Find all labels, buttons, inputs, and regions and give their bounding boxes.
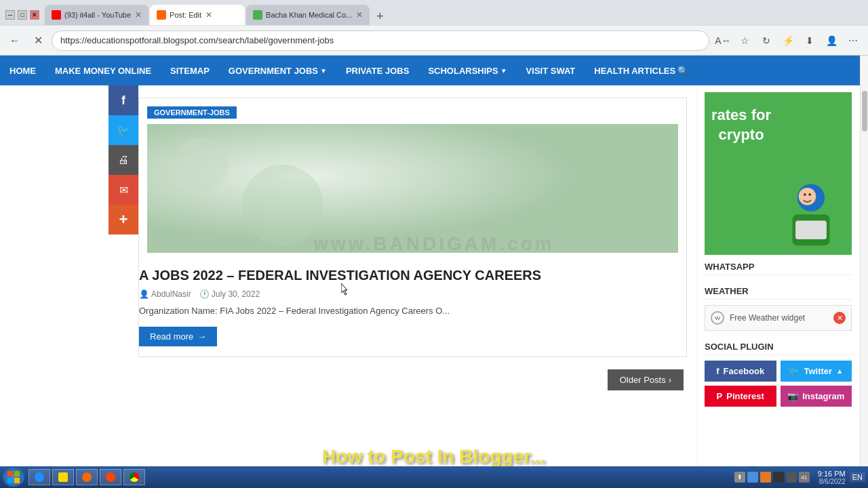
profile-icon[interactable]: 👤 <box>822 31 841 50</box>
ie-icon <box>35 472 44 482</box>
nav-swat[interactable]: VISIT SWAT <box>517 56 585 85</box>
svg-rect-9 <box>7 471 13 476</box>
svg-rect-10 <box>14 471 20 476</box>
article-tag[interactable]: GOVERNMENT-JOBS <box>147 106 237 119</box>
files-icon <box>58 472 68 482</box>
nav-health[interactable]: HEALTH ARTICLES 🔍 <box>585 56 698 85</box>
menu-icon[interactable]: ⋯ <box>844 31 863 50</box>
bookmark-icon[interactable]: ☆ <box>735 31 754 50</box>
tab-label-youtube: (93) it4all - YouTube <box>64 11 131 19</box>
tab-blogger[interactable]: Post: Edit ✕ <box>150 5 245 25</box>
older-posts-button[interactable]: Older Posts › <box>608 369 684 390</box>
instagram-plugin-label: Instagram <box>802 391 844 401</box>
read-more-button[interactable]: Read more → <box>139 327 217 346</box>
weather-widget-text: Free Weather widget <box>730 313 805 323</box>
tray-icon-41: 41 <box>799 472 810 483</box>
social-plugin-twitter[interactable]: 🐦 Twitter ▲ <box>781 361 852 382</box>
right-sidebar: rates forcrypto WHATSAPP <box>697 85 860 488</box>
chrome-icon <box>130 472 139 482</box>
taskbar: ⬆ 41 9:16 PM 8/6/2022 EN <box>0 466 868 488</box>
email-share-button[interactable]: ✉ <box>108 175 138 205</box>
tab-close-blogger[interactable]: ✕ <box>205 10 212 20</box>
health-search-icon: 🔍 <box>677 66 688 76</box>
nav-gov-jobs[interactable]: GOVERNMENT JOBS ▼ <box>219 56 336 85</box>
maximize-button[interactable]: □ <box>18 10 27 20</box>
refresh-icon[interactable]: ↻ <box>757 31 776 50</box>
weather-close-button[interactable]: ✕ <box>833 312 846 324</box>
back-button[interactable]: ← <box>5 31 24 50</box>
social-plugin-pinterest[interactable]: P Pinterest <box>705 386 776 407</box>
extensions-icon[interactable]: ⚡ <box>778 31 797 50</box>
taskbar-ie[interactable] <box>28 469 50 485</box>
scrollbar[interactable] <box>860 56 868 488</box>
article-meta: 👤 AbdulNasir 🕐 July 30, 2022 <box>139 289 678 299</box>
twitter-plugin-label: Twitter <box>804 366 832 376</box>
pagination: Older Posts › <box>138 364 697 396</box>
plus-icon: + <box>119 211 128 228</box>
taskbar-player[interactable] <box>100 469 121 485</box>
main-content: GOVERNMENT-JOBS <box>0 85 697 488</box>
start-button[interactable] <box>3 468 24 487</box>
new-tab-button[interactable]: + <box>371 7 389 25</box>
svg-point-6 <box>799 188 816 205</box>
translate-icon[interactable]: A↔ <box>713 31 732 50</box>
tray-date: 8/6/2022 <box>819 478 846 485</box>
tray-icon-2 <box>747 472 758 483</box>
weather-section: WEATHER W Free Weather widget ✕ <box>705 286 852 331</box>
nav-icons: A↔ ☆ ↻ ⚡ ⬇ 👤 ⋯ <box>713 31 863 50</box>
tray-icon-3 <box>760 472 771 483</box>
taskbar-media[interactable] <box>76 469 98 485</box>
nav-sitemap[interactable]: SITEMAP <box>161 56 219 85</box>
pinterest-plugin-label: Pinterest <box>726 391 764 401</box>
svg-rect-0 <box>147 124 678 253</box>
social-plugin-section: SOCIAL PLUGIN f Facebook 🐦 Twitter ▲ P P… <box>705 342 852 407</box>
svg-rect-12 <box>14 478 20 483</box>
social-sidebar: f 🐦 🖨 ✉ + <box>108 85 138 235</box>
scrollbar-thumb[interactable] <box>862 91 867 131</box>
tab-youtube[interactable]: (93) it4all - YouTube ✕ <box>45 5 149 25</box>
taskbar-items <box>28 469 734 485</box>
more-share-button[interactable]: + <box>108 205 138 235</box>
svg-point-7 <box>804 193 806 196</box>
nav-make-money[interactable]: MAKE MONEY ONLINE <box>45 56 161 85</box>
taskbar-chrome[interactable] <box>123 469 145 485</box>
social-plugin-title: SOCIAL PLUGIN <box>705 342 852 355</box>
ad-figure-svg <box>777 180 845 255</box>
site-nav: HOME MAKE MONEY ONLINE SITEMAP GOVERNMEN… <box>0 56 860 85</box>
twitter-plugin-up-icon: ▲ <box>836 367 843 375</box>
minimize-button[interactable]: ─ <box>5 10 15 20</box>
tab-close-med[interactable]: ✕ <box>356 10 363 20</box>
social-plugin-facebook[interactable]: f Facebook <box>705 361 776 382</box>
article-card: GOVERNMENT-JOBS <box>138 98 687 357</box>
close-button[interactable]: ✕ <box>30 10 39 20</box>
tab-med[interactable]: Bacha Khan Medical Co... ✕ <box>246 5 370 25</box>
reload-button[interactable]: ✕ <box>28 31 47 50</box>
nav-private-jobs[interactable]: PRIVATE JOBS <box>336 56 418 85</box>
read-more-label: Read more <box>150 331 193 342</box>
date-text: July 30, 2022 <box>212 289 260 299</box>
tray-icon-1: ⬆ <box>734 472 745 483</box>
gov-jobs-dropdown-icon: ▼ <box>320 67 327 75</box>
twitter-plugin-icon: 🐦 <box>789 366 800 376</box>
pinterest-plugin-icon: P <box>717 391 723 401</box>
media-icon <box>82 472 92 482</box>
nav-home[interactable]: HOME <box>0 56 45 85</box>
taskbar-files[interactable] <box>52 469 74 485</box>
taskbar-tray: ⬆ 41 9:16 PM 8/6/2022 EN <box>734 470 865 485</box>
article-image <box>147 124 678 253</box>
tab-close-youtube[interactable]: ✕ <box>135 10 142 20</box>
whatsapp-title: WHATSAPP <box>705 262 852 275</box>
tab-label-med: Bacha Khan Medical Co... <box>266 11 352 19</box>
browser-nav-bar: ← ✕ A↔ ☆ ↻ ⚡ ⬇ 👤 ⋯ <box>0 26 868 56</box>
windows-logo-icon <box>7 470 20 484</box>
nav-scholarships[interactable]: SCHOLARSHIPS ▼ <box>418 56 516 85</box>
download-icon[interactable]: ⬇ <box>800 31 819 50</box>
print-button[interactable]: 🖨 <box>108 145 138 175</box>
facebook-share-button[interactable]: f <box>108 85 138 115</box>
article-title: A JOBS 2022 – FEDERAL INVESTIGATION AGEN… <box>139 266 670 284</box>
address-bar[interactable] <box>52 30 709 51</box>
tray-clock: 9:16 PM 8/6/2022 <box>818 470 846 485</box>
twitter-share-button[interactable]: 🐦 <box>108 115 138 145</box>
facebook-plugin-icon: f <box>716 366 719 376</box>
social-plugin-instagram[interactable]: 📷 Instagram <box>781 386 852 407</box>
